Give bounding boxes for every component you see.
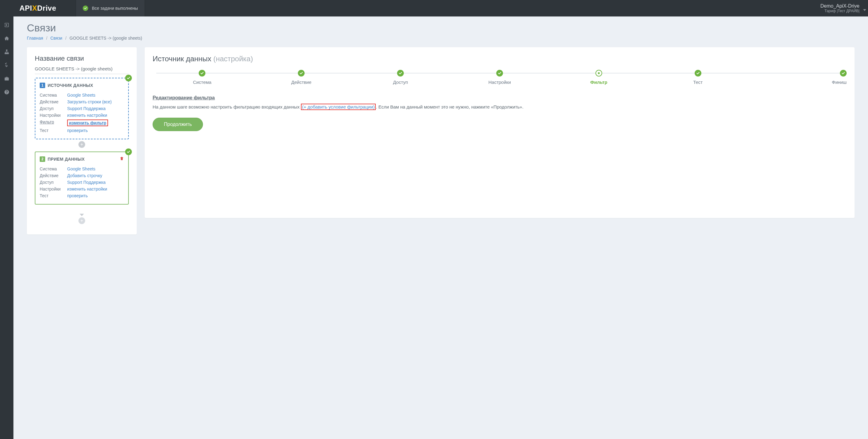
source-title: ИСТОЧНИК ДАННЫХ [48,83,93,88]
check-icon [298,70,305,76]
check-icon [496,70,503,76]
dest-settings-link[interactable]: изменить настройки [67,187,107,192]
dest-block[interactable]: 2 ПРИЕМ ДАННЫХ СистемаGoogle Sheets Дейс… [35,151,129,205]
nav-home-icon[interactable] [0,32,13,45]
logo-drive: Drive [37,4,57,12]
section-heading: Редактирование фильтра [153,95,847,101]
nav-dollar-icon[interactable] [0,59,13,72]
dest-system-link[interactable]: Google Sheets [67,166,96,171]
step-test[interactable]: Тест [648,70,747,85]
current-step-icon [595,70,602,76]
account-menu[interactable]: Demo_ApiX-Drive Тариф |Тест ДРАЙВ| [812,0,868,16]
check-icon [199,70,206,76]
status-pill[interactable]: Все задачи выполнены [76,0,145,16]
dest-title: ПРИЕМ ДАННЫХ [48,157,85,162]
account-plan: Тариф |Тест ДРАЙВ| [825,9,860,13]
source-access-link[interactable]: Support Поддержка [67,106,105,111]
svg-rect-1 [5,53,6,54]
add-block-button[interactable]: + [79,141,85,148]
source-block[interactable]: 1 ИСТОЧНИК ДАННЫХ СистемаGoogle Sheets Д… [35,78,129,139]
chevron-down-icon [863,7,866,12]
stepper: Система Действие Доступ Настройки Фильтр… [153,70,847,85]
connection-title: Название связи [35,55,129,63]
step-finish[interactable]: Финиш [747,70,847,85]
logo-api: API [20,4,32,12]
dest-test-link[interactable]: проверить [67,193,88,198]
connection-card: Название связи GOOGLE SHEETS -> (google … [27,47,137,234]
svg-rect-3 [8,53,8,54]
breadcrumb-links[interactable]: Связи [50,36,62,40]
source-filter-link[interactable]: изменить фильтр [69,121,106,125]
topbar: APIXDrive Все задачи выполнены Demo_ApiX… [0,0,868,16]
step-number-2: 2 [40,157,45,162]
add-filter-condition-link[interactable]: (+ добавить условие фильтрации) [302,104,375,109]
connection-name[interactable]: GOOGLE SHEETS -> (google sheets) [35,66,129,74]
page-title: Связи [27,22,855,34]
logo-x: X [32,4,37,12]
check-icon [125,75,132,81]
step-access[interactable]: Доступ [351,70,450,85]
check-icon [125,148,132,155]
section-body: На данном шаге возможно настроить фильтр… [153,104,847,110]
add-block-button[interactable]: + [79,217,85,224]
dest-access-link[interactable]: Support Поддержка [67,180,105,185]
connector-1: + [35,141,129,148]
step-filter[interactable]: Фильтр [549,70,648,85]
nav-enter-icon[interactable] [0,18,13,32]
logo[interactable]: APIXDrive [0,0,76,16]
step-action[interactable]: Действие [252,70,351,85]
dest-action-link[interactable]: Добавить строчку [67,173,102,178]
source-system-link[interactable]: Google Sheets [67,93,96,98]
source-settings-link[interactable]: изменить настройки [67,113,107,118]
trash-icon[interactable] [120,157,124,162]
account-name: Demo_ApiX-Drive [820,3,860,9]
status-text: Все задачи выполнены [92,6,138,11]
config-card: Источник данных (настройка) Система Дейс… [145,47,855,218]
nav-briefcase-icon[interactable] [0,72,13,86]
source-action-link[interactable]: Загрузить строки (все) [67,99,112,104]
step-number-1: 1 [40,82,45,88]
nav-help-icon[interactable] [0,86,13,99]
siderail [0,16,13,439]
chevron-down-icon [80,212,84,217]
svg-rect-2 [6,53,7,54]
config-title: Источник данных (настройка) [153,55,847,63]
nav-sitemap-icon[interactable] [0,45,13,59]
check-icon [83,5,88,11]
check-icon [840,70,847,76]
svg-rect-0 [6,50,7,50]
continue-button[interactable]: Продолжить [153,118,203,131]
check-icon [397,70,404,76]
step-system[interactable]: Система [153,70,252,85]
check-icon [695,70,701,76]
source-test-link[interactable]: проверить [67,128,88,133]
breadcrumb-current: GOOGLE SHEETS -> (google sheets) [70,36,142,40]
step-settings[interactable]: Настройки [450,70,549,85]
breadcrumb: Главная / Связи / GOOGLE SHEETS -> (goog… [27,36,855,40]
breadcrumb-home[interactable]: Главная [27,36,43,40]
